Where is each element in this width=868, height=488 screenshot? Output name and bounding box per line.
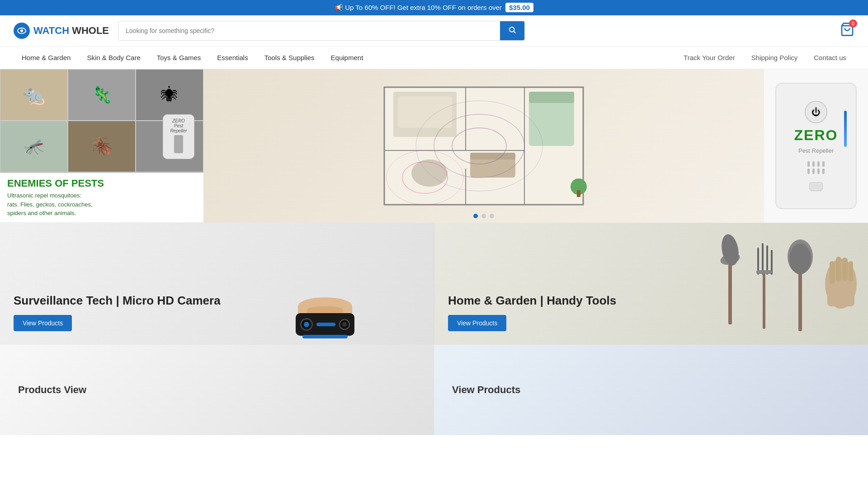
header: WATCH WHOLE 0 [0, 15, 868, 47]
enemies-desc: Ultrasonic repel mosquitoes: rats. Flies… [7, 191, 196, 218]
nav-item-home-garden[interactable]: Home & Garden [14, 47, 79, 69]
nav-item-equipment[interactable]: Equipment [323, 47, 372, 69]
svg-rect-23 [577, 190, 580, 197]
search-bar [118, 21, 525, 41]
main-nav: Home & Garden Skin & Body Care Toys & Ga… [0, 47, 868, 69]
hero-inner: 🐀 🦎 🕷 🦟 🪳 🪰 ENEMIES OF PESTS Ultrasonic … [0, 69, 868, 223]
product-banners: Surveillance Tech | Micro HD Camera View… [0, 223, 868, 345]
logo-icon [14, 23, 30, 39]
pest-image-mosquito: 🦟 [0, 121, 68, 172]
banner-emoji: 📢 [335, 4, 343, 11]
banner-surveillance: Surveillance Tech | Micro HD Camera View… [0, 223, 434, 345]
pest-image-rat: 🐀 [0, 69, 68, 121]
nav-item-essentials[interactable]: Essentials [209, 47, 256, 69]
hero-center [203, 69, 764, 223]
view-products-label: View Products [452, 384, 520, 396]
hero-left-text: ENEMIES OF PESTS Ultrasonic repel mosqui… [0, 173, 203, 222]
products-view-label: Products View [18, 384, 86, 396]
svg-rect-13 [470, 153, 515, 160]
bottom-banner-right: View Products [434, 345, 868, 435]
zero-plug [809, 182, 823, 191]
bottom-banner-left: Products View [0, 345, 434, 435]
cart-badge: 0 [849, 19, 857, 28]
nav-item-contact-us[interactable]: Contact us [806, 47, 854, 69]
nav-right: Track Your Order Shipping Policy Contact… [675, 47, 854, 69]
pest-image-roach: 🪳 [68, 121, 136, 172]
hero-section: 🐀 🦎 🕷 🦟 🪳 🪰 ENEMIES OF PESTS Ultrasonic … [0, 69, 868, 223]
search-input[interactable] [118, 21, 500, 40]
banner-surveillance-title: Surveillance Tech | Micro HD Camera [14, 294, 420, 308]
zero-vents [807, 161, 825, 174]
pest-image-spider: 🕷 [136, 69, 203, 121]
zero-device-box: ⏻ ZERO Pest Repeller [775, 83, 857, 209]
cart-area: 0 [840, 22, 854, 40]
hero-dot-2[interactable] [481, 214, 486, 218]
hero-dot-1[interactable] [473, 214, 478, 218]
svg-point-1 [20, 29, 23, 32]
enemies-title: ENEMIES OF PESTS [7, 178, 196, 189]
cart-button[interactable]: 0 [840, 22, 854, 40]
zero-brand-sub: Pest Repeller [798, 147, 834, 154]
zero-blue-line [844, 111, 847, 147]
banner-text: Up To 60% OFF! Get extra 10% OFF on orde… [345, 4, 502, 11]
svg-rect-16 [529, 92, 574, 103]
hero-dot-3[interactable] [490, 214, 494, 218]
svg-point-2 [509, 27, 514, 32]
view-products-surveillance-button[interactable]: View Products [14, 315, 72, 331]
zero-device: ⏻ ZERO Pest Repeller [771, 78, 861, 214]
view-products-home-garden-button[interactable]: View Products [448, 315, 506, 331]
top-banner: 📢 Up To 60% OFF! Get extra 10% OFF on or… [0, 0, 868, 15]
banner-surveillance-content: Surveillance Tech | Micro HD Camera View… [0, 223, 434, 345]
hero-floorplan [203, 69, 764, 223]
nav-item-tools-supplies[interactable]: Tools & Supplies [256, 47, 323, 69]
banner-price: $35.00 [505, 3, 533, 12]
banner-home-garden-content: Home & Garden | Handy Tools View Product… [434, 223, 868, 345]
hero-left-device: ZEROPest Repeller [163, 114, 194, 159]
logo[interactable]: WATCH WHOLE [14, 23, 109, 39]
nav-item-track-order[interactable]: Track Your Order [675, 47, 743, 69]
nav-item-toys-games[interactable]: Toys & Games [149, 47, 209, 69]
nav-item-skin-body-care[interactable]: Skin & Body Care [79, 47, 148, 69]
bottom-banners: Products View View Products [0, 345, 868, 435]
banner-home-garden: Home & Garden | Handy Tools View Product… [434, 223, 868, 345]
hero-left: 🐀 🦎 🕷 🦟 🪳 🪰 ENEMIES OF PESTS Ultrasonic … [0, 69, 203, 223]
search-button[interactable] [500, 21, 524, 40]
svg-rect-11 [398, 96, 452, 128]
svg-line-3 [514, 31, 515, 33]
nav-left: Home & Garden Skin & Body Care Toys & Ga… [14, 47, 371, 69]
banner-home-garden-title: Home & Garden | Handy Tools [448, 294, 854, 308]
nav-item-shipping-policy[interactable]: Shipping Policy [743, 47, 806, 69]
hero-right: ⏻ ZERO Pest Repeller [764, 69, 868, 223]
zero-brand: ZERO [794, 127, 838, 144]
hero-dots [473, 214, 494, 218]
logo-text: WATCH WHOLE [33, 25, 109, 37]
pest-image-gecko: 🦎 [68, 69, 136, 121]
zero-power-button: ⏻ [805, 101, 827, 123]
